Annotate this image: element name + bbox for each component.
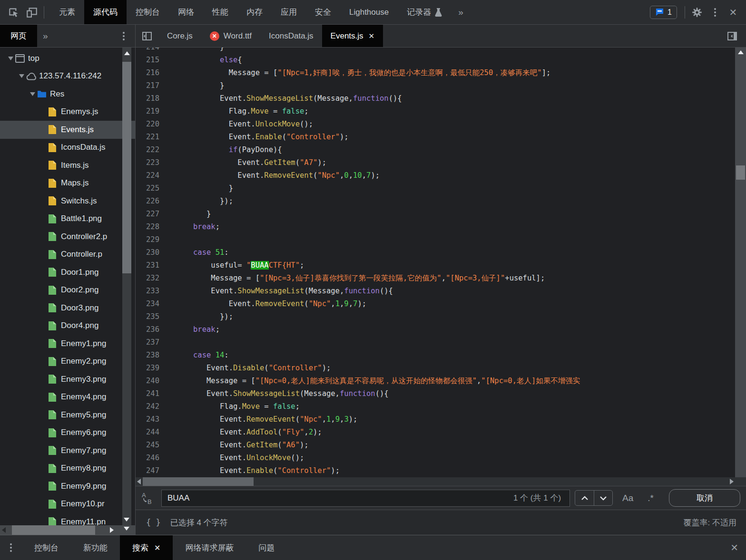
line-number[interactable]: 241: [136, 387, 167, 400]
panel-tab-4[interactable]: 性能: [203, 0, 237, 24]
close-tab-icon[interactable]: ✕: [369, 32, 375, 40]
line-number[interactable]: 237: [136, 336, 167, 349]
replace-toggle-icon[interactable]: AB: [138, 490, 157, 507]
code-line-245[interactable]: 245 Event.GetItem("A6");: [136, 439, 735, 452]
tree-item-switchs-js[interactable]: Switchs.js: [0, 192, 135, 210]
panel-tab-7[interactable]: 安全: [306, 0, 340, 24]
settings-gear-icon[interactable]: [688, 4, 706, 21]
code-line-233[interactable]: 233 Event.ShowMessageList(Message,functi…: [136, 285, 735, 298]
code-line-216[interactable]: 216 Message = ["[Npc=1,奸商]唉，勇士，我做的也是小本生意…: [136, 67, 735, 79]
tree-item-enemy1-png[interactable]: Enemy1.png: [0, 335, 135, 353]
more-panels-button[interactable]: »: [452, 0, 470, 24]
drawer-tab-网络请求屏蔽[interactable]: 网络请求屏蔽: [173, 535, 246, 560]
line-number[interactable]: 246: [136, 452, 167, 464]
issues-badge[interactable]: 1: [650, 6, 677, 19]
code-line-244[interactable]: 244 Event.AddTool("Fly",2);: [136, 426, 735, 439]
code-line-227[interactable]: 227 }: [136, 208, 735, 221]
line-number[interactable]: 234: [136, 298, 167, 310]
tree-item-enemy5-png[interactable]: Enemy5.png: [0, 406, 135, 424]
tree-item-door2-png[interactable]: Door2.png: [0, 281, 135, 299]
panel-tab-5[interactable]: 内存: [237, 0, 272, 24]
hide-navigator-icon[interactable]: [136, 25, 158, 47]
code-line-229[interactable]: 229: [136, 233, 735, 246]
line-number[interactable]: 220: [136, 118, 167, 131]
editor-tab-iconsdata-js[interactable]: IconsData.js: [260, 25, 322, 47]
code-line-222[interactable]: 222 if(PayDone){: [136, 144, 735, 156]
line-number[interactable]: 217: [136, 79, 167, 92]
line-number[interactable]: 219: [136, 105, 167, 118]
code-line-240[interactable]: 240 Message = ["[Npc=0,老人]能来到这真是不容易呢，从这开…: [136, 375, 735, 387]
tree-item-maps-js[interactable]: Maps.js: [0, 174, 135, 193]
line-number[interactable]: 227: [136, 208, 167, 221]
code-line-219[interactable]: 219 Flag.Move = false;: [136, 105, 735, 118]
editor-tab-events-js[interactable]: Events.js✕: [322, 25, 383, 47]
close-search-tab-icon[interactable]: ✕: [154, 543, 160, 552]
tree-item-controller-p[interactable]: Controller.p: [0, 246, 135, 264]
navigator-vertical-scrollbar[interactable]: [122, 48, 131, 525]
line-number[interactable]: 247: [136, 464, 167, 477]
code-editor[interactable]: 214 }215 else{216 Message = ["[Npc=1,奸商]…: [136, 48, 746, 486]
code-line-242[interactable]: 242 Flag.Move = false;: [136, 400, 735, 413]
line-number[interactable]: 226: [136, 195, 167, 208]
line-number[interactable]: 235: [136, 310, 167, 323]
expander-icon[interactable]: [28, 92, 37, 96]
line-number[interactable]: 240: [136, 375, 167, 387]
tree-item-enemy4-png[interactable]: Enemy4.png: [0, 388, 135, 406]
code-line-235[interactable]: 235 });: [136, 310, 735, 323]
previous-match-button[interactable]: [575, 491, 594, 505]
line-number[interactable]: 215: [136, 54, 167, 67]
tree-item-enemys-js[interactable]: Enemys.js: [0, 103, 135, 121]
line-number[interactable]: 230: [136, 246, 167, 259]
code-line-221[interactable]: 221 Event.Enable("Controller");: [136, 131, 735, 144]
code-line-247[interactable]: 247 Event.Enable("Controller");: [136, 464, 735, 477]
line-number[interactable]: 224: [136, 169, 167, 182]
tab-page[interactable]: 网页: [0, 25, 37, 47]
panel-tab-3[interactable]: 网络: [169, 0, 203, 24]
tree-item-door4-png[interactable]: Door4.png: [0, 317, 135, 335]
tree-item-door3-png[interactable]: Door3.png: [0, 299, 135, 317]
more-panes-button[interactable]: »: [37, 25, 54, 47]
line-number[interactable]: 218: [136, 92, 167, 105]
line-number[interactable]: 231: [136, 259, 167, 272]
find-input[interactable]: [167, 493, 513, 503]
panel-tab-8[interactable]: Lighthouse: [340, 0, 398, 24]
line-number[interactable]: 228: [136, 221, 167, 233]
code-line-225[interactable]: 225 }: [136, 182, 735, 195]
line-number[interactable]: 243: [136, 413, 167, 426]
inspect-element-icon[interactable]: [5, 4, 23, 21]
cancel-button[interactable]: 取消: [669, 489, 740, 507]
editor-tab-word-ttf[interactable]: ✕Word.ttf: [201, 25, 260, 47]
code-line-236[interactable]: 236 break;: [136, 323, 735, 336]
case-sensitive-toggle[interactable]: Aa: [618, 493, 638, 503]
line-number[interactable]: 238: [136, 349, 167, 362]
line-number[interactable]: 229: [136, 233, 167, 246]
tree-item-door1-png[interactable]: Door1.png: [0, 263, 135, 281]
tree-item-items-js[interactable]: Items.js: [0, 156, 135, 174]
editor-tab-core-js[interactable]: Core.js: [158, 25, 201, 47]
tree-item-enemy8-png[interactable]: Enemy8.png: [0, 460, 135, 478]
line-number[interactable]: 245: [136, 439, 167, 452]
tree-item-battle1-png[interactable]: Battle1.png: [0, 210, 135, 228]
close-drawer-icon[interactable]: ✕: [730, 542, 738, 553]
code-line-217[interactable]: 217 }: [136, 79, 735, 92]
tree-item-res[interactable]: Res: [0, 85, 135, 103]
tree-item-enemy6-png[interactable]: Enemy6.png: [0, 424, 135, 442]
code-line-228[interactable]: 228 break;: [136, 221, 735, 233]
line-number[interactable]: 225: [136, 182, 167, 195]
line-number[interactable]: 222: [136, 144, 167, 156]
drawer-tab-搜索[interactable]: 搜索✕: [120, 535, 173, 560]
tree-item-top[interactable]: top: [0, 49, 135, 68]
code-line-237[interactable]: 237: [136, 336, 735, 349]
code-line-238[interactable]: 238 case 14:: [136, 349, 735, 362]
pretty-print-icon[interactable]: { }: [141, 516, 166, 529]
device-toolbar-icon[interactable]: [23, 4, 41, 21]
show-debugger-sidebar-icon[interactable]: [723, 28, 741, 45]
line-number[interactable]: 239: [136, 362, 167, 375]
tree-item-events-js[interactable]: Events.js: [0, 121, 135, 139]
editor-horizontal-scrollbar[interactable]: [136, 477, 735, 486]
line-number[interactable]: 216: [136, 67, 167, 79]
code-line-243[interactable]: 243 Event.RemoveEvent("Npc",1,9,3);: [136, 413, 735, 426]
navigator-horizontal-scrollbar[interactable]: [0, 525, 135, 535]
code-line-215[interactable]: 215 else{: [136, 54, 735, 67]
expander-icon[interactable]: [6, 57, 15, 60]
